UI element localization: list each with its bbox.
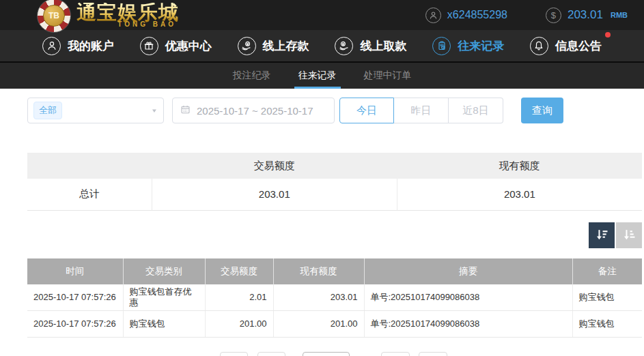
type-select[interactable]: 全部 ▼ [27, 98, 164, 123]
table-row: 2025-10-17 07:57:26 购宝钱包 201.00 201.00 单… [27, 311, 642, 338]
site-logo[interactable]: TB 通宝娱乐城 TONG BAO [37, 0, 179, 33]
content: 全部 ▼ 2025-10-17 ~ 2025-10-17 今日 [0, 98, 644, 338]
bell-icon [530, 37, 548, 55]
cell-summary: 单号:202510174099086038 [364, 311, 572, 338]
col-type: 交易类别 [123, 258, 205, 284]
sort-ascending-icon [622, 228, 636, 242]
summary-table: 交易额度 现有额度 总计 203.01 203.01 [27, 153, 642, 211]
records-icon [432, 37, 451, 55]
quick-date-group: 今日 昨日 近8日 [339, 98, 503, 123]
topbar: TB 通宝娱乐城 TONG BAO x624855298 $ 203.01 RM… [0, 0, 644, 30]
pagination [0, 352, 644, 356]
nav-item-deposit[interactable]: 线上存款 [238, 37, 309, 55]
col-remark: 备注 [572, 258, 642, 284]
cell-balance: 201.00 [273, 311, 364, 338]
records-header-row: 时间 交易类别 交易额度 现有额度 摘要 备注 [27, 258, 642, 284]
tab-processing-orders[interactable]: 处理中订单 [363, 63, 413, 89]
quick-label: 近8日 [462, 104, 488, 117]
nav-label: 线上存款 [263, 38, 309, 54]
summary-header-amount: 交易额度 [152, 153, 397, 179]
summary-total-balance: 203.01 [397, 179, 642, 210]
pagination-page-select[interactable] [303, 352, 350, 356]
nav-label: 我的账户 [68, 38, 114, 54]
nav-item-announcements[interactable]: 信息公告 [530, 37, 602, 55]
sort-descending-icon [595, 228, 609, 242]
notification-badge [605, 32, 611, 38]
topbar-right: x624855298 $ 203.01 RMB [425, 8, 644, 23]
tab-betting-records[interactable]: 投注纪录 [232, 63, 272, 89]
main-nav: 我的账户 优惠中心 线上存款 线上取款 往来记录 [0, 30, 644, 63]
user-icon [425, 8, 441, 23]
chip-monogram: TB [43, 5, 65, 27]
logo-title: 通宝娱乐城 [76, 3, 179, 23]
col-balance: 现有额度 [273, 258, 364, 284]
sort-descending-button[interactable] [589, 222, 615, 248]
subtab-label: 处理中订单 [364, 70, 412, 82]
col-time: 时间 [27, 258, 123, 284]
search-button[interactable]: 查询 [521, 98, 563, 123]
pagination-first-button[interactable] [220, 352, 248, 356]
table-row: 2025-10-17 07:57:26 购宝钱包首存优惠 2.01 203.01… [27, 284, 642, 311]
last-8-days-button[interactable]: 近8日 [449, 98, 503, 123]
nav-item-transactions[interactable]: 往来记录 [432, 37, 504, 55]
pagination-last-button[interactable] [419, 352, 447, 356]
cell-type: 购宝钱包 [123, 311, 205, 338]
summary-total-amount: 203.01 [152, 179, 397, 210]
cell-time: 2025-10-17 07:57:26 [27, 311, 123, 338]
nav-label: 往来记录 [458, 38, 504, 54]
dollar-icon: $ [546, 8, 561, 23]
user-icon [42, 37, 61, 55]
cell-type: 购宝钱包首存优惠 [123, 284, 205, 311]
cell-amount: 201.00 [205, 311, 273, 338]
pagination-next-button[interactable] [381, 352, 410, 356]
balance-amount: 203.01 [568, 8, 603, 22]
nav-item-withdrawal[interactable]: 线上取款 [335, 37, 406, 55]
nav-item-my-account[interactable]: 我的账户 [42, 37, 114, 55]
summary-header-row: 交易额度 现有额度 [27, 153, 642, 179]
cell-time: 2025-10-17 07:57:26 [27, 284, 123, 311]
summary-total-row: 总计 203.01 203.01 [27, 179, 642, 210]
col-amount: 交易额度 [205, 258, 273, 284]
poker-chip-icon: TB [37, 0, 71, 33]
quick-label: 今日 [356, 104, 377, 117]
cell-summary: 单号:202510174099086038 [364, 284, 572, 311]
balance-info[interactable]: $ 203.01 RMB [546, 8, 628, 23]
records-table: 时间 交易类别 交易额度 现有额度 摘要 备注 2025-10-17 07:57… [27, 258, 642, 338]
chevron-down-icon: ▼ [151, 108, 158, 114]
nav-label: 优惠中心 [165, 38, 212, 54]
summary-header-empty [27, 153, 152, 179]
withdraw-icon [335, 37, 353, 55]
date-range-value: 2025-10-17 ~ 2025-10-17 [197, 105, 313, 117]
cell-remark: 购宝钱包 [572, 311, 642, 338]
tab-transaction-records[interactable]: 往来记录 [297, 63, 338, 89]
col-summary: 摘要 [364, 258, 572, 284]
nav-label: 线上取款 [360, 38, 406, 54]
calendar-icon [180, 104, 191, 117]
cell-balance: 203.01 [273, 284, 364, 311]
yesterday-button[interactable]: 昨日 [394, 98, 449, 123]
sub-nav: 投注纪录 往来记录 处理中订单 [0, 63, 644, 89]
date-range-input[interactable]: 2025-10-17 ~ 2025-10-17 [172, 98, 335, 123]
sort-ascending-button[interactable] [616, 222, 642, 248]
balance-currency: RMB [611, 11, 628, 19]
cell-remark: 购宝钱包 [572, 284, 642, 311]
pagination-prev-button[interactable] [257, 352, 285, 356]
app-root: TB 通宝娱乐城 TONG BAO x624855298 $ 203.01 RM… [0, 0, 644, 356]
subtab-label: 往来记录 [298, 70, 337, 82]
nav-label: 信息公告 [555, 38, 602, 54]
selected-type-chip: 全部 [33, 102, 62, 119]
gift-icon [140, 37, 158, 55]
logo-text: 通宝娱乐城 TONG BAO [76, 3, 179, 28]
account-username: x624855298 [447, 9, 507, 21]
summary-total-label: 总计 [27, 179, 152, 210]
account-info[interactable]: x624855298 [425, 8, 507, 23]
sort-controls [27, 222, 642, 248]
cell-amount: 2.01 [205, 284, 273, 311]
filter-bar: 全部 ▼ 2025-10-17 ~ 2025-10-17 今日 [27, 98, 644, 123]
deposit-icon [238, 37, 256, 55]
nav-item-promotions[interactable]: 优惠中心 [140, 37, 212, 55]
subtab-label: 投注纪录 [233, 70, 271, 82]
quick-label: 昨日 [411, 104, 432, 117]
summary-header-balance: 现有额度 [397, 153, 642, 179]
today-button[interactable]: 今日 [339, 98, 394, 123]
